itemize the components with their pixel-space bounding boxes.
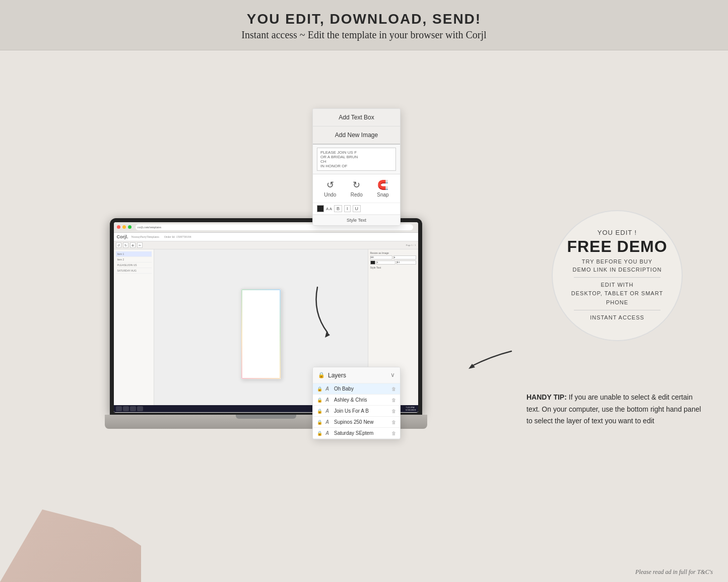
corjl-sidebar-item-4[interactable]: SATURDAY AUG xyxy=(116,268,152,274)
browser-dot-yellow[interactable] xyxy=(122,225,126,229)
handy-tip-label: HANDY TIP: xyxy=(526,393,567,401)
panel-preview-text: PLEASE JOIN US FOR A BRIDAL BRUNCHIN HON… xyxy=(317,148,396,171)
arrow-area xyxy=(526,356,708,371)
corjl-tool-redo[interactable]: ↻ xyxy=(123,242,128,248)
corjl-tool-undo[interactable]: ↺ xyxy=(116,242,121,248)
layers-panel: 🔒 Layers ∨ 🔒 A Oh Baby 🗑 🔒 A Ashley & Ch… xyxy=(312,367,401,439)
taskbar-item-4 xyxy=(137,406,143,411)
layer-delete-icon-4[interactable]: 🗑 xyxy=(391,420,396,425)
header-title: YOU EDIT, DOWNLOAD, SEND! xyxy=(10,11,718,27)
person-hand-overlay xyxy=(0,491,141,582)
corjl-logo: Corjl. xyxy=(117,234,128,239)
taskbar-item-2 xyxy=(123,406,129,411)
layer-lock-icon-2: 🔒 xyxy=(317,398,323,403)
menu-items-dessert: CHOCOLATE LEMON TARTSTRAWBERRY & VANILLA… xyxy=(243,328,279,339)
redo-tool[interactable]: ↻ Redo xyxy=(351,179,363,198)
layer-item-saturday[interactable]: 🔒 A Saturday SEptem 🗑 xyxy=(313,428,400,439)
layer-name-oh-baby: Oh Baby xyxy=(334,386,389,392)
browser-url: corjl.com/templates xyxy=(138,226,161,229)
taskbar-item-3 xyxy=(130,406,136,411)
demo-link-span: DEMO LINK IN DESCRIPTION xyxy=(573,267,662,273)
header-subtitle: Instant access ~ Edit the template in yo… xyxy=(10,29,718,41)
layers-chevron-icon[interactable]: ∨ xyxy=(390,371,395,379)
panel-style-text-section: Style Text xyxy=(313,215,400,225)
menu-card: Menu entrée CRISPY PEKING DUCK ROLLCHICK… xyxy=(241,289,281,379)
layer-lock-icon-5: 🔒 xyxy=(317,431,323,436)
taskbar-time: 7:23 PM6/10/2019 xyxy=(406,406,416,411)
demo-edit-with-span: EDIT WITH xyxy=(601,282,633,288)
browser-dot-red[interactable] xyxy=(117,225,120,229)
layer-delete-icon-1[interactable]: 🗑 xyxy=(391,386,396,392)
arrow-to-layers xyxy=(461,346,521,371)
layer-type-4: A xyxy=(325,419,332,425)
browser-dot-green[interactable] xyxy=(128,225,131,229)
panel-text-format-row: A A B I U xyxy=(313,203,400,215)
panel-bold-button[interactable]: B xyxy=(334,205,342,212)
panel-underline-button[interactable]: U xyxy=(353,205,361,212)
demo-circle: YOU EDIT ! FREE DEMO TRY BEFORE YOU BUY … xyxy=(552,210,683,341)
panel-italic-button[interactable]: I xyxy=(344,205,351,212)
layer-delete-icon-2[interactable]: 🗑 xyxy=(391,398,396,403)
add-text-box-button[interactable]: Add Text Box xyxy=(313,109,400,126)
demo-edit-with-text: EDIT WITH DESKTOP, TABLET OR SMART PHONE xyxy=(563,281,672,307)
demo-try-before-text: TRY BEFORE YOU BUY DEMO LINK IN DESCRIPT… xyxy=(573,257,662,274)
layer-lock-icon-3: 🔒 xyxy=(317,409,323,414)
undo-tool[interactable]: ↺ Undo xyxy=(324,179,336,198)
layer-delete-icon-5[interactable]: 🗑 xyxy=(391,431,396,436)
layer-type-2: A xyxy=(325,397,332,403)
demo-try-before-span: TRY BEFORE YOU BUY xyxy=(582,258,652,265)
layer-lock-icon-4: 🔒 xyxy=(317,420,323,425)
undo-label: Undo xyxy=(324,192,336,198)
corjl-tool-zoom[interactable]: ⊕ xyxy=(130,242,136,248)
layer-delete-icon-3[interactable]: 🗑 xyxy=(391,409,396,414)
corjl-tool-cut[interactable]: ✂ xyxy=(137,242,143,248)
redo-label: Redo xyxy=(351,192,363,198)
corjl-sidebar-item-3[interactable]: PLEASEJOIN US xyxy=(116,263,152,268)
panel-font-size-text: A A xyxy=(326,207,332,211)
layer-item-supinos[interactable]: 🔒 A Supinos 250 New 🗑 xyxy=(313,417,400,428)
snap-label: Snap xyxy=(377,192,388,198)
layer-item-ashley-chris[interactable]: 🔒 A Ashley & Chris 🗑 xyxy=(313,395,400,406)
corjl-sidebar: Item 1 Item 2 PLEASEJOIN US SATURDAY AUG xyxy=(114,249,154,412)
layer-item-join-us[interactable]: 🔒 A Join Us For A B 🗑 xyxy=(313,406,400,417)
panel-text-preview-area: PLEASE JOIN US FOR A BRIDAL BRUNCHIN HON… xyxy=(313,145,400,174)
handy-tip-section: HANDY TIP: If you are unable to select &… xyxy=(526,386,708,432)
menu-section-entree: entrée xyxy=(243,298,279,300)
corjl-sidebar-item-1[interactable]: Item 1 xyxy=(116,251,152,257)
layer-name-saturday: Saturday SEptem xyxy=(334,430,389,436)
layer-type-5: A xyxy=(325,430,332,436)
demo-instant-access-text: INSTANT ACCESS xyxy=(590,313,644,322)
snap-icon: 🧲 xyxy=(377,179,388,190)
layers-header: 🔒 Layers ∨ xyxy=(313,367,400,383)
snap-tool[interactable]: 🧲 Snap xyxy=(377,179,388,198)
add-new-image-button[interactable]: Add New Image xyxy=(313,126,400,145)
corjl-nav: NoorayPartyTemplates xyxy=(131,235,159,238)
info-section: YOU EDIT ! FREE DEMO TRY BEFORE YOU BUY … xyxy=(516,50,728,582)
footer-text: Please read ad in full for T&C's xyxy=(635,568,713,576)
layers-title-text: Layers xyxy=(328,372,346,379)
layers-title-row: 🔒 Layers xyxy=(318,372,346,379)
redo-icon: ↻ xyxy=(353,179,360,190)
layers-lock-icon: 🔒 xyxy=(318,372,325,378)
layer-item-oh-baby[interactable]: 🔒 A Oh Baby 🗑 xyxy=(313,383,400,395)
panel-color-swatch[interactable] xyxy=(317,205,324,212)
corjl-sidebar-item-2[interactable]: Item 2 xyxy=(116,257,152,263)
layer-name-ashley-chris: Ashley & Chris xyxy=(334,397,389,403)
laptop-notch xyxy=(236,415,296,419)
corjl-panel-overlay: Add Text Box Add New Image PLEASE JOIN U… xyxy=(312,108,401,439)
corjl-page-label: Page 1 / 1 xyxy=(406,244,416,246)
demo-you-edit-text: YOU EDIT ! xyxy=(598,229,637,236)
demo-divider-1 xyxy=(574,277,661,278)
taskbar-item-1 xyxy=(116,406,122,411)
demo-devices-span: DESKTOP, TABLET OR SMART PHONE xyxy=(571,290,663,305)
layer-type-3: A xyxy=(325,408,332,414)
layer-name-supinos: Supinos 250 New xyxy=(334,419,389,425)
demo-divider-2 xyxy=(574,310,661,310)
undo-icon: ↺ xyxy=(326,179,334,190)
corjl-order-id: Order Id: 1509758194 xyxy=(164,235,191,238)
handy-tip-text: HANDY TIP: If you are unable to select &… xyxy=(526,392,708,427)
menu-card-title: Menu xyxy=(243,292,279,297)
corjl-tool-panel: Add Text Box Add New Image PLEASE JOIN U… xyxy=(312,108,401,226)
layers-panel-container: 🔒 Layers ∨ 🔒 A Oh Baby 🗑 🔒 A Ashley & Ch… xyxy=(312,367,401,439)
main-area: corjl.com/templates Corjl. NoorayPartyTe… xyxy=(0,50,728,582)
